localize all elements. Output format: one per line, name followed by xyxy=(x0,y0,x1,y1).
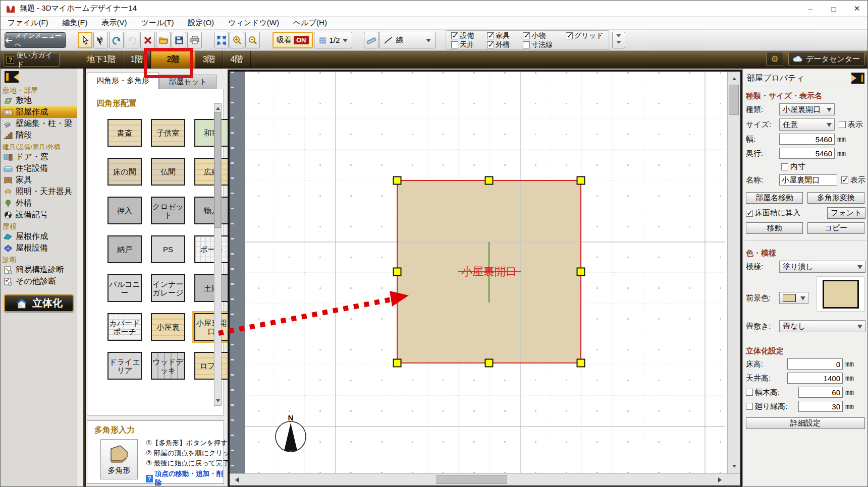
crown-molding-input[interactable] xyxy=(798,401,843,412)
skirting-checkbox[interactable] xyxy=(746,389,753,396)
room-button-nando[interactable]: 納戸 xyxy=(107,235,142,263)
room-button-attic[interactable]: 小屋裏 xyxy=(151,313,185,341)
undo-button[interactable] xyxy=(109,32,124,48)
fit-view-button[interactable] xyxy=(214,32,229,48)
size-show-checkbox-row[interactable]: 表示 xyxy=(839,120,863,130)
room-button-doma[interactable]: 土間 xyxy=(194,274,229,302)
multi-select-tool-button[interactable] xyxy=(93,32,108,48)
room-button-storage[interactable]: 物入 xyxy=(194,197,229,224)
name-show-checkbox-row[interactable]: 表示 xyxy=(841,175,865,185)
room-button-closet[interactable]: クロゼット xyxy=(151,197,185,224)
maximize-button[interactable]: □ xyxy=(822,1,845,17)
check-equipment[interactable]: 設備 xyxy=(451,31,474,40)
tab-rect-polygon[interactable]: 四角形・多角形 xyxy=(87,73,159,89)
tab-basement1[interactable]: 地下1階 xyxy=(80,51,123,69)
sidebar-item-furniture[interactable]: 家具 xyxy=(1,174,77,186)
scrollbar-thumb[interactable] xyxy=(214,112,221,228)
scroll-down-icon[interactable] xyxy=(728,461,740,473)
room-type-dropdown[interactable]: 小屋裏開口 xyxy=(779,103,835,115)
room-button-inner-garage[interactable]: インナーガレージ xyxy=(151,274,185,302)
open-file-button[interactable] xyxy=(156,32,171,48)
inner-dimension-checkbox[interactable] xyxy=(781,163,788,170)
scroll-right-icon[interactable] xyxy=(715,474,727,485)
scroll-up-icon[interactable] xyxy=(214,104,221,111)
font-button[interactable]: フォント xyxy=(827,207,865,219)
panel-collapse-button[interactable] xyxy=(851,73,864,84)
tab-floor2[interactable]: 2階 xyxy=(151,51,195,69)
equipment-checkbox[interactable] xyxy=(451,32,458,39)
sidebar-item-other-diagnosis[interactable]: その他診断 xyxy=(1,276,77,287)
select-tool-button[interactable] xyxy=(78,32,92,48)
ceiling-height-input[interactable] xyxy=(787,373,843,384)
handle-bottom-left[interactable] xyxy=(394,359,401,367)
toolbar-overflow-button[interactable] xyxy=(612,32,625,48)
menu-tool[interactable]: ツール(T) xyxy=(134,17,181,29)
sidebar-item-lighting[interactable]: 照明・天井器具 xyxy=(1,186,77,198)
sidebar-item-stairs[interactable]: 階段 xyxy=(1,130,77,141)
measure-tool-button[interactable] xyxy=(364,32,378,48)
sidebar-item-exterior[interactable]: 外構 xyxy=(1,198,77,209)
check-dimension-lines[interactable]: 寸法線 xyxy=(523,40,553,49)
sidebar-item-wall-edit[interactable]: 壁編集・柱・梁 xyxy=(1,118,77,130)
check-ceiling[interactable]: 天井 xyxy=(451,40,474,49)
room-button-tokonoma[interactable]: 床の間 xyxy=(107,158,142,186)
ceiling-checkbox[interactable] xyxy=(451,41,458,48)
grid-checkbox[interactable] xyxy=(566,32,573,39)
handle-mid-right[interactable] xyxy=(577,268,585,276)
redo-button[interactable] xyxy=(125,32,139,48)
move-button[interactable]: 移動 xyxy=(746,222,803,234)
sidebar-item-door-window[interactable]: ドア・窓 xyxy=(1,151,77,163)
data-center-button[interactable]: データセンター xyxy=(788,52,864,66)
vertex-help-link[interactable]: ? 頂点の移動・追加・削除 xyxy=(146,469,224,487)
menu-edit[interactable]: 編集(E) xyxy=(56,17,95,29)
crown-molding-checkbox[interactable] xyxy=(746,403,753,410)
sidebar-item-room-create[interactable]: 部屋作成 xyxy=(1,106,77,118)
scrollbar-thumb[interactable] xyxy=(729,85,739,115)
copy-button[interactable]: コピー xyxy=(807,222,864,234)
width-input[interactable] xyxy=(779,134,835,145)
room-button-oshiire[interactable]: 押入 xyxy=(107,197,142,224)
room-button-attic-opening[interactable]: 小屋裏開口 xyxy=(194,313,229,341)
depth-input[interactable] xyxy=(779,148,835,159)
snap-toggle-button[interactable]: 吸着 ON xyxy=(273,32,313,48)
detail-settings-button[interactable]: 詳細設定 xyxy=(746,417,865,429)
room-button-butsuma[interactable]: 仏間 xyxy=(151,158,185,186)
menu-view[interactable]: 表示(V) xyxy=(95,17,134,29)
scroll-left-icon[interactable] xyxy=(230,474,242,485)
convert-polygon-button[interactable]: 多角形変換 xyxy=(807,192,864,204)
handle-bottom-right[interactable] xyxy=(577,359,585,367)
room-button-ps[interactable]: PS xyxy=(151,235,185,263)
panel-splitter[interactable] xyxy=(83,69,86,487)
zoom-in-button[interactable] xyxy=(230,32,244,48)
room-button-study[interactable]: 書斎 xyxy=(107,119,142,147)
menu-help[interactable]: ヘルプ(H) xyxy=(286,17,334,29)
save-button[interactable] xyxy=(172,32,186,48)
menu-window[interactable]: ウィンドウ(W) xyxy=(221,17,286,29)
handle-top-mid[interactable] xyxy=(485,177,493,185)
close-button[interactable]: ✕ xyxy=(845,1,868,17)
make-3d-button[interactable]: 立体化 xyxy=(4,294,74,312)
move-room-name-button[interactable]: 部屋名移動 xyxy=(746,192,803,204)
check-exterior[interactable]: 外構 xyxy=(487,40,510,49)
check-grid[interactable]: グリッド xyxy=(566,31,603,40)
pattern-dropdown[interactable]: 塗り潰し xyxy=(779,261,865,273)
small-items-checkbox[interactable] xyxy=(523,32,530,39)
sidebar-item-roof-equipment[interactable]: 屋根設備 xyxy=(1,242,77,254)
polygon-button[interactable]: 多角形 xyxy=(100,439,138,479)
menu-settings[interactable]: 設定(O) xyxy=(181,17,221,29)
room-button-washitsu[interactable]: 和室 xyxy=(194,119,229,147)
exterior-checkbox[interactable] xyxy=(487,41,494,48)
grid-scale-dropdown[interactable]: 1/2 xyxy=(314,32,353,48)
scroll-down-icon[interactable] xyxy=(214,398,221,405)
crown-molding-row[interactable]: 廻り縁高: xyxy=(746,402,798,411)
room-name-input[interactable] xyxy=(779,174,837,186)
sidebar-item-roof-create[interactable]: 屋根作成 xyxy=(1,231,77,242)
delete-button[interactable] xyxy=(140,32,155,48)
room-button-wood-deck[interactable]: ウッドデッキ xyxy=(151,352,185,380)
room-list-scrollbar[interactable] xyxy=(214,103,222,406)
tab-room-set[interactable]: 部屋セット xyxy=(159,75,216,89)
handle-top-left[interactable] xyxy=(394,177,401,185)
tatami-dropdown[interactable]: 畳なし xyxy=(779,320,865,332)
dimension-lines-checkbox[interactable] xyxy=(523,41,530,48)
sidebar-collapse-button[interactable] xyxy=(5,71,19,83)
